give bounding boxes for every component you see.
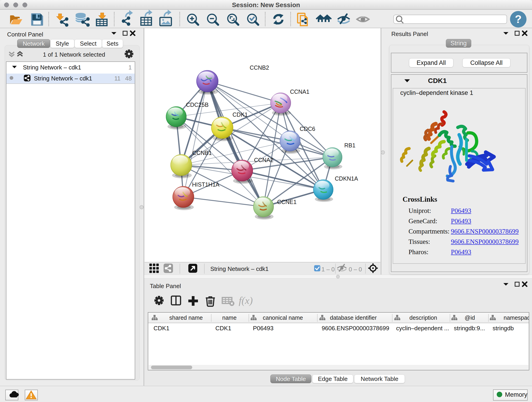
svg-text:CCNA1: CCNA1: [290, 89, 310, 95]
svg-text:CCNB2: CCNB2: [250, 64, 269, 71]
svg-text:CCNB1: CCNB1: [192, 150, 212, 156]
svg-text:CDC6: CDC6: [300, 126, 315, 132]
svg-text:CDKN1A: CDKN1A: [335, 175, 358, 182]
svg-text:RB1: RB1: [344, 142, 355, 148]
svg-text:CCNE1: CCNE1: [277, 199, 297, 205]
svg-text:HIST1H1A: HIST1H1A: [192, 181, 220, 188]
svg-text:CCNA2: CCNA2: [254, 157, 273, 163]
svg-text:CDC25B: CDC25B: [186, 102, 209, 108]
svg-text:CDK1: CDK1: [233, 111, 248, 118]
